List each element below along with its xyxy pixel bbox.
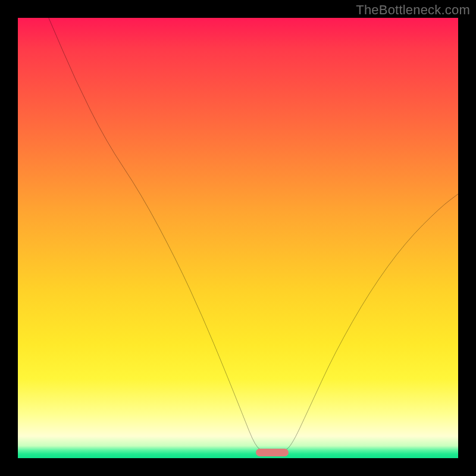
bottleneck-curve [18, 18, 458, 458]
optimal-marker [256, 449, 289, 456]
watermark-label: TheBottleneck.com [356, 2, 470, 18]
chart-frame: TheBottleneck.com [0, 0, 476, 476]
curve-path [49, 18, 458, 452]
plot-area [18, 18, 458, 458]
